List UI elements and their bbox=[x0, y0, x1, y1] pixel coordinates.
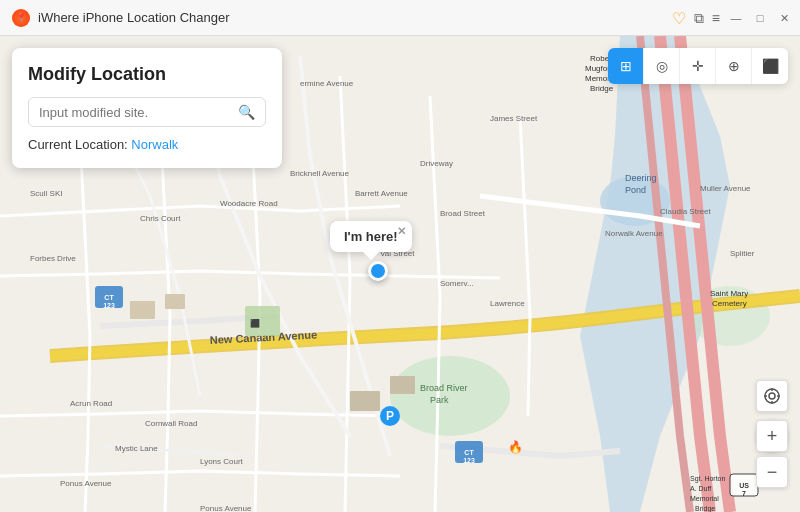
svg-text:🔥: 🔥 bbox=[508, 439, 523, 454]
target-button[interactable] bbox=[756, 380, 788, 412]
app-title: iWhere iPhone Location Changer bbox=[38, 10, 230, 25]
svg-text:Somerv...: Somerv... bbox=[440, 279, 474, 288]
svg-text:Mystic Lane: Mystic Lane bbox=[115, 444, 158, 453]
current-location-value[interactable]: Norwalk bbox=[131, 137, 178, 152]
svg-text:Sgt. Horton: Sgt. Horton bbox=[690, 475, 726, 483]
svg-text:Robe: Robe bbox=[590, 54, 610, 63]
svg-text:Broad Street: Broad Street bbox=[440, 209, 486, 218]
svg-text:Chris Court: Chris Court bbox=[140, 214, 181, 223]
svg-text:Norwalk Avenue: Norwalk Avenue bbox=[605, 229, 663, 238]
zoom-out-button[interactable]: − bbox=[756, 456, 788, 488]
im-here-close[interactable]: ✕ bbox=[397, 225, 406, 238]
svg-rect-57 bbox=[165, 294, 185, 309]
target-mode-button[interactable]: ⊕ bbox=[716, 48, 752, 84]
svg-text:Ponus Avenue: Ponus Avenue bbox=[200, 504, 252, 512]
menu-icon[interactable]: ≡ bbox=[712, 10, 720, 26]
svg-text:ermine Avenue: ermine Avenue bbox=[300, 79, 354, 88]
zoom-controls: + − bbox=[756, 420, 788, 492]
im-here-popup: ✕ I'm here! bbox=[330, 221, 412, 252]
pin-marker bbox=[368, 261, 388, 281]
svg-rect-56 bbox=[130, 301, 155, 319]
svg-text:Cemetery: Cemetery bbox=[712, 299, 747, 308]
svg-point-2 bbox=[390, 356, 510, 436]
satellite-button[interactable]: ◎ bbox=[644, 48, 680, 84]
svg-text:Acrun Road: Acrun Road bbox=[70, 399, 112, 408]
svg-text:Forbes Drive: Forbes Drive bbox=[30, 254, 76, 263]
heart-icon[interactable]: ♡ bbox=[672, 8, 686, 27]
svg-text:Splitier: Splitier bbox=[730, 249, 755, 258]
svg-text:Lawrence: Lawrence bbox=[490, 299, 525, 308]
svg-text:A. Duff: A. Duff bbox=[690, 485, 711, 492]
search-input[interactable] bbox=[39, 105, 230, 120]
window-controls: ♡ ⧉ ≡ — □ ✕ bbox=[672, 8, 792, 27]
svg-text:Driveway: Driveway bbox=[420, 159, 453, 168]
minimize-button[interactable]: — bbox=[728, 10, 744, 26]
im-here-text: I'm here! bbox=[344, 229, 398, 244]
svg-text:Muller Avenue: Muller Avenue bbox=[700, 184, 751, 193]
maximize-button[interactable]: □ bbox=[752, 10, 768, 26]
map-toolbar: ⊞ ◎ ✛ ⊕ ⬛ bbox=[608, 48, 788, 84]
copy-icon[interactable]: ⧉ bbox=[694, 9, 704, 26]
svg-text:Cornwall Road: Cornwall Road bbox=[145, 419, 197, 428]
panel-title: Modify Location bbox=[28, 64, 266, 85]
svg-point-63 bbox=[769, 393, 775, 399]
svg-text:Bridge: Bridge bbox=[590, 84, 614, 93]
map-container[interactable]: CT 123 CT 123 US 7 P 🔥 New Canaan Avenue… bbox=[0, 36, 800, 512]
svg-rect-59 bbox=[390, 376, 415, 394]
search-icon[interactable]: 🔍 bbox=[238, 104, 255, 120]
search-box: 🔍 bbox=[28, 97, 266, 127]
svg-text:Barrett Avenue: Barrett Avenue bbox=[355, 189, 408, 198]
svg-text:P: P bbox=[386, 409, 394, 423]
svg-text:Bricknell Avenue: Bricknell Avenue bbox=[290, 169, 350, 178]
svg-text:CT: CT bbox=[104, 294, 114, 301]
current-location: Current Location: Norwalk bbox=[28, 137, 266, 152]
svg-text:Deering: Deering bbox=[625, 173, 657, 183]
svg-text:CT: CT bbox=[464, 449, 474, 456]
svg-text:Bridge: Bridge bbox=[695, 505, 715, 512]
svg-text:Saint Mary: Saint Mary bbox=[710, 289, 748, 298]
svg-text:Ponus Avenue: Ponus Avenue bbox=[60, 479, 112, 488]
location-pin bbox=[368, 261, 388, 281]
svg-text:Lyons Court: Lyons Court bbox=[200, 457, 244, 466]
svg-text:Claudia Street: Claudia Street bbox=[660, 207, 711, 216]
svg-rect-58 bbox=[350, 391, 380, 411]
svg-text:123: 123 bbox=[103, 302, 115, 309]
modify-location-panel: Modify Location 🔍 Current Location: Norw… bbox=[12, 48, 282, 168]
zoom-in-button[interactable]: + bbox=[756, 420, 788, 452]
svg-text:⬛: ⬛ bbox=[250, 318, 260, 328]
svg-text:Memorial: Memorial bbox=[690, 495, 719, 502]
svg-text:James Street: James Street bbox=[490, 114, 538, 123]
current-location-label: Current Location: bbox=[28, 137, 131, 152]
svg-text:Broad River: Broad River bbox=[420, 383, 468, 393]
titlebar: 📍 iWhere iPhone Location Changer ♡ ⧉ ≡ —… bbox=[0, 0, 800, 36]
svg-text:US: US bbox=[739, 482, 749, 489]
svg-text:Scull SKI: Scull SKI bbox=[30, 189, 62, 198]
svg-text:7: 7 bbox=[742, 490, 746, 497]
svg-text:Park: Park bbox=[430, 395, 449, 405]
export-button[interactable]: ⬛ bbox=[752, 48, 788, 84]
svg-point-62 bbox=[765, 389, 779, 403]
target-icon bbox=[763, 387, 781, 405]
move-button[interactable]: ✛ bbox=[680, 48, 716, 84]
app-icon: 📍 bbox=[12, 9, 30, 27]
close-button[interactable]: ✕ bbox=[776, 10, 792, 26]
svg-text:123: 123 bbox=[463, 457, 475, 464]
map-type-button[interactable]: ⊞ bbox=[608, 48, 644, 84]
svg-text:Woodacre Road: Woodacre Road bbox=[220, 199, 278, 208]
svg-text:Pond: Pond bbox=[625, 185, 646, 195]
